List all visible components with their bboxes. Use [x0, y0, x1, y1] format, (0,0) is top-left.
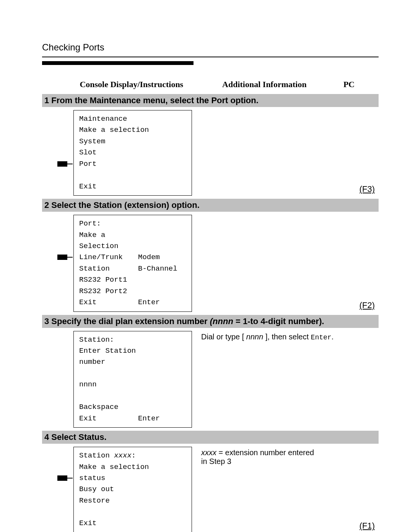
console-cell	[138, 379, 186, 390]
console-line: Make a selection	[79, 462, 186, 473]
console-cell: RS232 Port1	[79, 274, 138, 285]
console-cell: Line/Trunk	[79, 252, 138, 263]
col-header-left: Console Display/Instructions	[65, 79, 198, 89]
console-box: Station xxxx:Make a selectionstatusBusy …	[73, 447, 192, 532]
console-row: Backspace	[79, 402, 186, 413]
console-cell: B-Channel	[138, 263, 186, 274]
console-box: MaintenanceMake a selectionSystemSlotPor…	[73, 110, 192, 196]
console-line: Port	[79, 159, 186, 170]
additional-info: xxxx = extension number enteredin Step 3	[201, 447, 379, 466]
console-cell: RS232 Port2	[79, 286, 138, 297]
console-line	[79, 170, 186, 181]
step-bar: 4 Select Status.	[42, 431, 379, 444]
console-box: Port:Make a SelectionLine/TrunkModemStat…	[73, 215, 192, 312]
info-column: (F2)	[192, 215, 379, 312]
console-row: ExitEnter	[79, 297, 186, 308]
console-cell: Station	[79, 263, 138, 274]
console-line: status	[79, 473, 186, 484]
console-cell: Enter	[138, 297, 186, 308]
console-line: Exit	[79, 518, 186, 529]
console-row: Make a Selection	[79, 230, 186, 252]
console-row: StationB-Channel	[79, 263, 186, 274]
console-row: RS232 Port1	[79, 274, 186, 285]
additional-info	[201, 110, 379, 112]
pointer-column	[57, 447, 73, 532]
console-row	[79, 391, 186, 402]
step-body: MaintenanceMake a selectionSystemSlotPor…	[42, 110, 379, 196]
console-line: Make a selection	[79, 125, 186, 136]
console-line: Exit	[79, 181, 186, 192]
console-line: Station xxxx:	[79, 450, 186, 461]
console-line: Busy out	[79, 484, 186, 495]
console-line: System	[79, 136, 186, 147]
console-cell	[138, 345, 186, 368]
step-body: Station xxxx:Make a selectionstatusBusy …	[42, 447, 379, 532]
pointer-icon	[57, 161, 73, 167]
pointer-column	[57, 215, 73, 312]
console-line: Maintenance	[79, 114, 186, 125]
col-header-right: PC	[331, 79, 367, 89]
console-row: Line/TrunkModem	[79, 252, 186, 263]
pointer-icon	[57, 255, 73, 260]
console-row: Port:	[79, 218, 186, 229]
console-row: RS232 Port2	[79, 286, 186, 297]
console-row	[79, 368, 186, 379]
console-cell: Enter Station number	[79, 345, 138, 368]
console-cell	[138, 230, 186, 252]
info-column: (F3)	[192, 110, 379, 196]
console-line	[79, 506, 186, 517]
pc-key-link[interactable]: (F2)	[359, 300, 379, 312]
col-header-mid: Additional Information	[198, 79, 331, 89]
pointer-column	[57, 110, 73, 196]
console-line: Slot	[79, 147, 186, 158]
console-cell: nnnn	[79, 379, 138, 390]
console-cell	[138, 274, 186, 285]
console-row: Station:	[79, 334, 186, 345]
console-cell: Exit	[79, 413, 138, 424]
pointer-icon	[57, 475, 73, 481]
console-cell: Port:	[79, 218, 138, 229]
additional-info	[201, 215, 379, 216]
console-cell: Exit	[79, 297, 138, 308]
console-box: Station:Enter Station numbernnnnBackspac…	[73, 331, 192, 428]
info-column: xxxx = extension number enteredin Step 3…	[192, 447, 379, 532]
console-cell	[138, 402, 186, 413]
console-cell: Modem	[138, 252, 186, 263]
pc-key-link[interactable]: (F3)	[359, 184, 379, 196]
additional-info: Dial or type [ nnnn ], then select Enter…	[201, 331, 379, 341]
step-body: Station:Enter Station numbernnnnBackspac…	[42, 331, 379, 428]
console-row: nnnn	[79, 379, 186, 390]
step-bar: 3 Specify the dial plan extension number…	[42, 315, 379, 328]
pc-key-link[interactable]: (F1)	[359, 521, 379, 532]
pointer-column	[57, 331, 73, 428]
console-cell	[138, 334, 186, 345]
console-cell	[138, 286, 186, 297]
page-heading: Checking Ports	[42, 42, 379, 53]
console-cell: Station:	[79, 334, 138, 345]
console-line: Restore	[79, 495, 186, 506]
info-column: Dial or type [ nnnn ], then select Enter…	[192, 331, 379, 428]
console-row: Enter Station number	[79, 345, 186, 368]
header-bar	[42, 61, 193, 65]
console-cell: Make a Selection	[79, 230, 138, 252]
rule	[42, 57, 379, 57]
console-cell: Backspace	[79, 402, 138, 413]
console-cell	[138, 218, 186, 229]
console-row: ExitEnter	[79, 413, 186, 424]
step-bar: 2 Select the Station (extension) option.	[42, 199, 379, 212]
console-cell: Enter	[138, 413, 186, 424]
column-headers: Console Display/Instructions Additional …	[42, 79, 379, 92]
step-body: Port:Make a SelectionLine/TrunkModemStat…	[42, 215, 379, 312]
step-bar: 1 From the Maintenance menu, select the …	[42, 94, 379, 107]
